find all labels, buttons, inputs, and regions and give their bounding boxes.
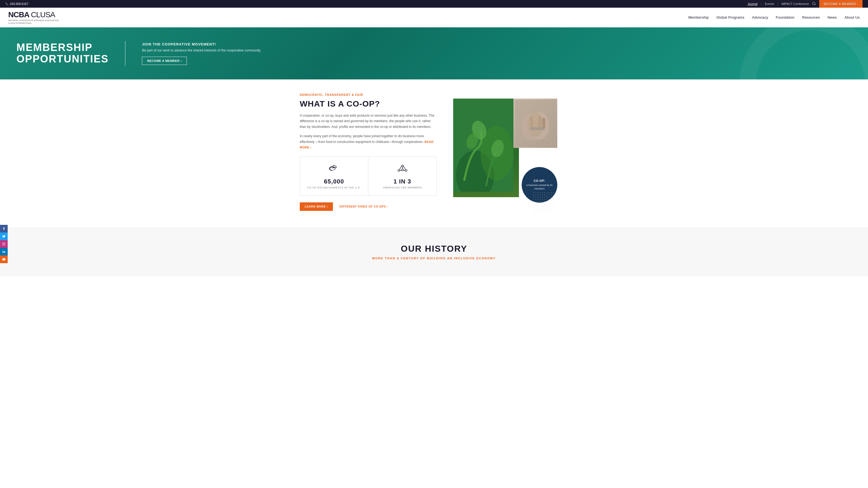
svg-line-6: [815, 4, 816, 5]
search-icon[interactable]: [812, 2, 816, 6]
history-subtitle: MORE THAN A CENTURY OF BUILDING AN INCLU…: [8, 257, 860, 260]
nav-links: Membership Global Programs Advocacy Foun…: [688, 15, 860, 20]
social-sidebar: [0, 225, 8, 263]
stat-members: 1 IN 3 AMERICANS ARE MEMBERS: [368, 157, 436, 196]
svg-line-13: [399, 166, 401, 170]
coop-para2: In nearly every part of the economy, peo…: [300, 133, 437, 150]
stats-box: 65,000 CO-OP ESTABLISHMENTS IN THE U.S.: [300, 157, 437, 196]
svg-point-1: [3, 243, 4, 245]
plant-illustration: [453, 99, 514, 192]
learn-more-btn[interactable]: LEARN MORE ›: [300, 202, 333, 211]
phone-number: 240.608.6167: [10, 2, 28, 5]
nav-advocacy[interactable]: Advocacy: [752, 15, 768, 20]
coop-badge-desc: a business owned by its members: [526, 184, 553, 190]
top-bar: 240.608.6167 Journal | Events | IMPACT C…: [0, 0, 868, 8]
svg-rect-30: [542, 118, 545, 128]
history-title: OUR HISTORY: [8, 244, 860, 254]
nav-about-us[interactable]: About Us: [844, 15, 860, 20]
kinds-of-coops-link[interactable]: DIFFERENT KINDS OF CO-OPS ›: [339, 205, 388, 208]
facebook-icon[interactable]: [0, 225, 8, 232]
hero-title: MEMBERSHIP OPPORTUNITIES: [17, 42, 108, 65]
coop-para1: A cooperative, or co-op, buys and sells …: [300, 113, 437, 130]
svg-rect-31: [530, 127, 545, 130]
nav-news[interactable]: News: [828, 15, 837, 20]
photo-hands: [514, 99, 557, 148]
logo-text: NCBA CLUSA: [8, 10, 59, 19]
main-content: DEMOCRATIC, TRANSPARENT & FAIR WHAT IS A…: [283, 79, 585, 227]
svg-rect-0: [2, 242, 5, 246]
network-icon: [397, 163, 408, 175]
hands-illustration: [515, 100, 556, 147]
photo-plants: [453, 99, 519, 197]
svg-rect-27: [530, 117, 533, 127]
hero-join-heading: JOIN THE COOPERATIVE MOVEMENT!: [142, 42, 261, 46]
hero-cta-area: JOIN THE COOPERATIVE MOVEMENT! Be part o…: [142, 42, 261, 65]
svg-rect-28: [534, 115, 537, 127]
bottom-links: LEARN MORE › DIFFERENT KINDS OF CO-OPS ›: [300, 202, 437, 211]
stat-establishments: 65,000 CO-OP ESTABLISHMENTS IN THE U.S.: [300, 157, 368, 196]
svg-point-3: [2, 250, 3, 251]
coop-info-section: DEMOCRATIC, TRANSPARENT & FAIR WHAT IS A…: [300, 93, 437, 214]
photo-collage: CO-OP: a business owned by its members: [453, 99, 557, 214]
stat2-label: AMERICANS ARE MEMBERS: [383, 186, 422, 189]
svg-rect-29: [538, 116, 541, 127]
nav-foundation[interactable]: Foundation: [776, 15, 795, 20]
svg-point-5: [813, 2, 815, 4]
decorative-dots: [533, 192, 555, 214]
instagram-icon[interactable]: [0, 240, 8, 248]
stat1-number: 65,000: [324, 178, 344, 185]
impact-conference-link[interactable]: IMPACT Conference: [781, 2, 809, 5]
main-nav: NCBA CLUSA NATIONAL COOPERATIVE BUSINESS…: [0, 8, 868, 27]
logo-subtitle: NATIONAL COOPERATIVE BUSINESS ASSOCIATIO…: [8, 19, 59, 25]
coop-badge-title: CO-OP:: [534, 179, 546, 183]
nav-global-programs[interactable]: Global Programs: [716, 15, 744, 20]
hero-divider: [125, 41, 125, 66]
twitter-icon[interactable]: [0, 232, 8, 240]
nav-resources[interactable]: Resources: [802, 15, 820, 20]
handshake-icon: [329, 163, 339, 175]
linkedin-icon[interactable]: [0, 248, 8, 256]
logo[interactable]: NCBA CLUSA NATIONAL COOPERATIVE BUSINESS…: [8, 10, 59, 25]
journal-link[interactable]: Journal: [747, 2, 757, 5]
hero-title-area: MEMBERSHIP OPPORTUNITIES: [17, 42, 108, 65]
top-bar-links: Journal | Events | IMPACT Conference BEC…: [747, 0, 863, 8]
youtube-icon[interactable]: [0, 256, 8, 263]
nav-membership[interactable]: Membership: [688, 15, 709, 20]
hero-become-member-btn[interactable]: BECOME A MEMBER ›: [142, 57, 187, 65]
stat2-number: 1 IN 3: [394, 178, 411, 185]
phone-area: 240.608.6167: [5, 2, 28, 5]
hero-join-text: Be part of our work to advance the share…: [142, 48, 261, 52]
hero-banner: MEMBERSHIP OPPORTUNITIES JOIN THE COOPER…: [0, 27, 868, 79]
section-tag: DEMOCRATIC, TRANSPARENT & FAIR: [300, 93, 437, 96]
svg-line-14: [403, 166, 405, 170]
events-link[interactable]: Events: [765, 2, 774, 5]
history-section: OUR HISTORY MORE THAN A CENTURY OF BUILD…: [0, 227, 868, 276]
svg-point-2: [4, 243, 5, 243]
phone-icon: [5, 2, 8, 5]
become-member-topbar-btn[interactable]: BECOME A MEMBER ›: [819, 0, 863, 8]
stat1-label: CO-OP ESTABLISHMENTS IN THE U.S.: [307, 186, 361, 189]
svg-point-11: [401, 169, 403, 171]
svg-point-8: [401, 165, 403, 167]
section-title: WHAT IS A CO-OP?: [300, 99, 437, 108]
svg-point-9: [398, 169, 400, 171]
svg-point-10: [405, 169, 407, 171]
